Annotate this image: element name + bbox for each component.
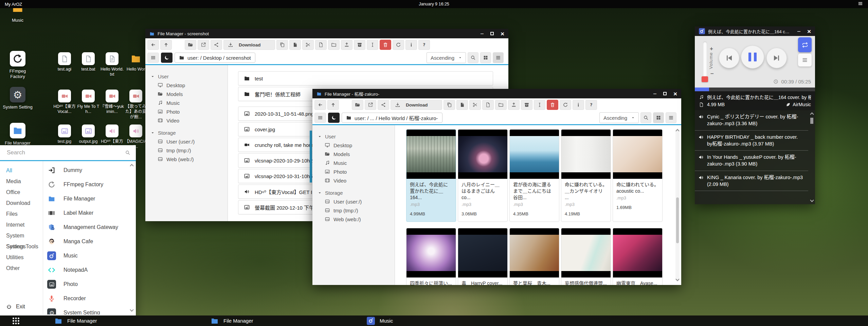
- sidebar-item[interactable]: User (user:/): [151, 137, 228, 146]
- sidebar-item[interactable]: Storage: [151, 128, 228, 137]
- maximize-button[interactable]: [663, 91, 667, 96]
- sidebar-item[interactable]: Photo: [318, 167, 395, 176]
- share-button[interactable]: [211, 40, 222, 50]
- paste-button[interactable]: [456, 100, 468, 110]
- app-item-photo[interactable]: Photo: [43, 277, 128, 291]
- refresh-button[interactable]: [560, 100, 571, 110]
- download-button[interactable]: Download: [391, 100, 442, 110]
- sort-dropdown[interactable]: Ascending: [599, 112, 639, 123]
- app-item-management-gateway[interactable]: Management Gateway: [43, 220, 128, 234]
- scrollbar-thumb[interactable]: [676, 197, 679, 243]
- scroll-down-icon[interactable]: [130, 308, 133, 311]
- cut-button[interactable]: [302, 40, 314, 50]
- search-button[interactable]: [640, 112, 651, 123]
- sidebar-item[interactable]: Models: [318, 150, 395, 158]
- app-item-dummy[interactable]: Dummy: [43, 163, 128, 177]
- shortcut-file-manager[interactable]: File Manager: [3, 123, 33, 146]
- scroll-up-icon[interactable]: [810, 112, 814, 116]
- delete-button[interactable]: [380, 40, 391, 50]
- open-button[interactable]: [185, 40, 196, 50]
- dark-mode-toggle[interactable]: [328, 113, 340, 123]
- file-card[interactable]: 毒＿HarryP cover...: [458, 228, 508, 285]
- menu-icon[interactable]: [857, 1, 863, 7]
- sidebar-item[interactable]: Photo: [151, 107, 228, 116]
- file-card[interactable]: 命に嫌われている。acoustic co... .mp3 1.69MB: [613, 129, 663, 222]
- category-item[interactable]: All: [0, 165, 42, 176]
- back-button[interactable]: [147, 40, 159, 50]
- category-item[interactable]: System Tools: [0, 241, 42, 252]
- refresh-button[interactable]: [393, 40, 404, 50]
- file-card[interactable]: 八月のレイニー＿はるまきごはん co... .mp3 3.06MB: [458, 129, 508, 222]
- rename-button[interactable]: [367, 40, 378, 50]
- download-button[interactable]: Download: [223, 40, 275, 50]
- back-button[interactable]: [314, 100, 326, 110]
- category-item[interactable]: Download: [0, 198, 42, 209]
- sidebar-item[interactable]: Video: [318, 176, 395, 185]
- scrollbar-thumb[interactable]: [310, 131, 312, 183]
- sidebar-item[interactable]: Music: [318, 158, 395, 167]
- app-item-ffmpeg-factory[interactable]: FFmpeg Factory: [43, 177, 128, 192]
- menu-button[interactable]: [147, 53, 159, 63]
- desktop-file[interactable]: Hello World.txt: [100, 51, 124, 88]
- new-folder-button[interactable]: [328, 40, 340, 50]
- desktop-file[interactable]: Fly Me To Th...: [76, 88, 100, 123]
- search-input[interactable]: [0, 149, 125, 156]
- app-item-file-manager[interactable]: File Manager: [43, 192, 128, 206]
- sidebar-item[interactable]: User: [151, 72, 228, 81]
- sidebar-item[interactable]: Web (web:/): [318, 215, 395, 224]
- close-button[interactable]: ×: [673, 91, 677, 97]
- app-item-notepada[interactable]: NotepadA: [43, 263, 128, 277]
- minimize-button[interactable]: –: [797, 28, 800, 34]
- info-button[interactable]: [405, 40, 417, 50]
- app-item-manga-cafe[interactable]: Manga Cafe: [43, 234, 128, 249]
- category-item[interactable]: Utilities: [0, 252, 42, 263]
- previous-track-button[interactable]: [719, 48, 739, 68]
- category-item[interactable]: Media: [0, 176, 42, 187]
- close-button[interactable]: ×: [807, 28, 811, 35]
- new-folder-button[interactable]: [495, 100, 507, 110]
- category-item[interactable]: Other: [0, 263, 42, 274]
- file-card[interactable]: 君が夜の海に還るまで＿こんにちは谷田... .mp3 4.35MB: [509, 129, 559, 222]
- task-file-manager-2[interactable]: File Manager: [211, 317, 367, 325]
- category-item[interactable]: Files: [0, 209, 42, 219]
- share-button[interactable]: [378, 100, 389, 110]
- sort-dropdown[interactable]: Ascending: [427, 52, 466, 63]
- menu-button[interactable]: [314, 113, 326, 123]
- file-card[interactable]: 例えば、今此処に置かれた花に＿164... .mp3 4.99MB: [406, 129, 456, 222]
- scrollbar-thumb[interactable]: [810, 118, 813, 124]
- window-titlebar[interactable]: 例えば、今此処に置かれた花に＿164 c… – ×: [695, 26, 815, 36]
- volume-slider[interactable]: [703, 41, 707, 77]
- sidebar-item[interactable]: tmp (tmp:/): [151, 146, 228, 155]
- sidebar-item[interactable]: Models: [151, 90, 228, 98]
- sidebar-item[interactable]: Music: [151, 98, 228, 107]
- shortcut-system-setting[interactable]: System Setting: [3, 87, 33, 110]
- sidebar-item[interactable]: Storage: [318, 188, 395, 197]
- app-item-music[interactable]: Music: [43, 249, 128, 263]
- desktop-file[interactable]: 【歌ってみた】あの夏が飽...: [124, 88, 148, 123]
- open-in-new-button[interactable]: [365, 100, 376, 110]
- desktop-file[interactable]: 『雪峰～yukimin...: [100, 88, 124, 123]
- playlist-item[interactable]: In Your Hands _ yusukeP cover. by 柘榴-zak…: [695, 151, 808, 171]
- airmusic-badge[interactable]: AirMusic: [785, 102, 811, 107]
- progress-bar[interactable]: [695, 88, 815, 91]
- playlist-item[interactable]: HAPPY BIRTHDAY _ back number cover. by柘榴…: [695, 131, 808, 151]
- scroll-up-icon[interactable]: [130, 164, 133, 168]
- app-item-recorder[interactable]: Recorder: [43, 291, 128, 306]
- list-view-button[interactable]: [666, 112, 676, 123]
- task-file-manager-1[interactable]: File Manager: [54, 317, 211, 325]
- playlist-item[interactable]: Cynic _ ポリスピカデリー cover. by 柘榴-zakuro-.mp…: [695, 110, 808, 131]
- list-view-button[interactable]: [493, 52, 504, 63]
- search-button[interactable]: [468, 52, 478, 63]
- open-in-new-button[interactable]: [198, 40, 209, 50]
- sidebar-item[interactable]: Desktop: [318, 141, 395, 150]
- sidebar-item[interactable]: Video: [151, 116, 228, 125]
- dark-mode-toggle[interactable]: [161, 53, 173, 63]
- copy-button[interactable]: [444, 100, 455, 110]
- copy-button[interactable]: [276, 40, 288, 50]
- archive-button[interactable]: [521, 100, 532, 110]
- path-bar[interactable]: user: / Desktop / screenshot: [175, 53, 255, 63]
- category-item[interactable]: Office: [0, 187, 42, 198]
- scroll-up-icon[interactable]: [675, 129, 679, 133]
- file-card[interactable]: 命に嫌われている。＿カンザキイオリ ... .mp3 4.19MB: [561, 129, 611, 222]
- sidebar-item[interactable]: User: [318, 132, 395, 141]
